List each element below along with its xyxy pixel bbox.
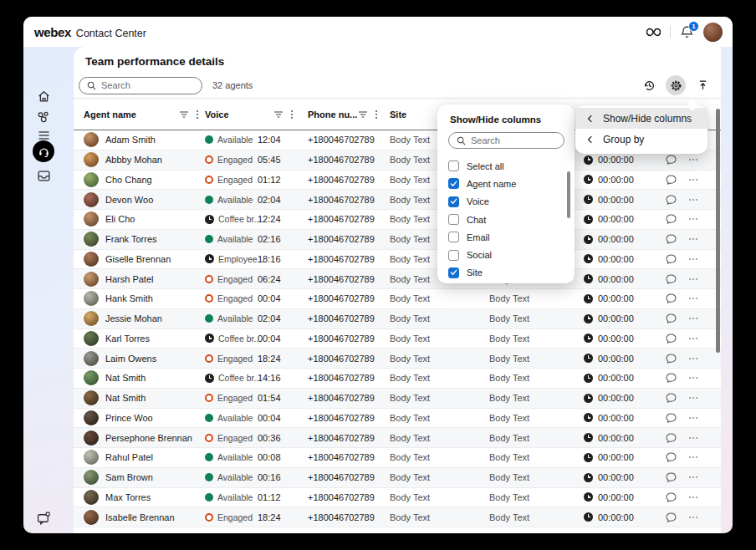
- feedback-chat-icon[interactable]: [33, 508, 54, 528]
- row-more-icon[interactable]: [682, 338, 704, 339]
- row-more-icon[interactable]: [682, 437, 704, 439]
- column-option[interactable]: Voice: [448, 193, 564, 211]
- chat-bubble-icon[interactable]: [666, 433, 677, 443]
- filter-icon[interactable]: [358, 110, 368, 119]
- checkbox-icon[interactable]: [448, 214, 459, 225]
- table-row[interactable]: Prince Woo Available 00:04 +180046702789…: [74, 409, 721, 429]
- table-row[interactable]: Hank Smith Engaged 00:04 +180046702789 B…: [74, 289, 721, 309]
- row-more-icon[interactable]: [682, 238, 704, 240]
- column-more-icon[interactable]: [375, 110, 377, 119]
- search-input[interactable]: [101, 80, 194, 90]
- gear-icon[interactable]: [666, 75, 686, 95]
- user-avatar[interactable]: [703, 23, 723, 42]
- column-header-agent-name[interactable]: Agent name: [74, 109, 205, 120]
- column-more-icon[interactable]: [291, 110, 293, 119]
- popup-scrollbar[interactable]: [567, 171, 570, 218]
- filter-icon[interactable]: [273, 110, 284, 119]
- chat-bubble-icon[interactable]: [666, 354, 677, 364]
- settings-menu-item[interactable]: Group by: [575, 129, 707, 150]
- table-row[interactable]: Persephone Brennan Engaged 00:36 +180046…: [74, 428, 721, 448]
- checkbox-icon[interactable]: [448, 160, 459, 171]
- column-option[interactable]: Email: [448, 228, 564, 246]
- table-row[interactable]: Harsh Patel Engaged 06:24 +180046702789 …: [74, 269, 721, 289]
- table-row[interactable]: Isabelle Brennan Engaged 18:24 +18004670…: [74, 507, 721, 527]
- webex-logo-icon[interactable]: [646, 28, 661, 37]
- row-more-icon[interactable]: [682, 218, 704, 220]
- row-more-icon[interactable]: [682, 456, 704, 458]
- checkbox-icon[interactable]: [448, 250, 459, 261]
- checkbox-icon[interactable]: [448, 232, 459, 242]
- row-more-icon[interactable]: [682, 397, 704, 399]
- chat-bubble-icon[interactable]: [666, 254, 677, 264]
- chat-bubble-icon[interactable]: [666, 452, 677, 462]
- row-more-icon[interactable]: [682, 258, 704, 260]
- chat-bubble-icon[interactable]: [666, 175, 677, 185]
- column-header-voice[interactable]: Voice: [205, 109, 308, 120]
- column-option[interactable]: Chat: [448, 211, 564, 228]
- row-more-icon[interactable]: [682, 179, 704, 181]
- checkbox-icon[interactable]: [448, 196, 459, 207]
- export-top-icon[interactable]: [692, 75, 713, 95]
- phone-number: +180046702789: [308, 334, 390, 344]
- table-row[interactable]: Sam Brown Available 00:16 +180046702789 …: [74, 468, 721, 488]
- teams-icon[interactable]: [33, 107, 54, 127]
- table-scrollbar[interactable]: [716, 109, 720, 353]
- column-header-phone[interactable]: Phone nu...: [308, 109, 390, 120]
- bell-icon[interactable]: 1: [680, 25, 694, 39]
- chat-bubble-icon[interactable]: [666, 472, 677, 482]
- row-more-icon[interactable]: [682, 377, 704, 379]
- row-more-icon[interactable]: [682, 298, 704, 299]
- chat-bubble-icon[interactable]: [666, 373, 677, 383]
- chat-bubble-icon[interactable]: [666, 214, 677, 224]
- chat-bubble-icon[interactable]: [666, 313, 677, 323]
- row-more-icon[interactable]: [682, 199, 704, 201]
- inbox-tray-icon[interactable]: [33, 166, 54, 186]
- column-option[interactable]: Agent name: [448, 175, 564, 192]
- chat-bubble-icon[interactable]: [666, 195, 677, 205]
- row-more-icon[interactable]: [682, 497, 704, 498]
- table-row[interactable]: Nat Smith Coffee br... 14:16 +1800467027…: [74, 369, 721, 389]
- row-more-icon[interactable]: [682, 517, 704, 518]
- chat-bubble-icon[interactable]: [666, 274, 677, 284]
- table-row[interactable]: Eli Cho Coffee br... 12:24 +180046702789…: [74, 210, 721, 230]
- row-more-icon[interactable]: [682, 417, 704, 419]
- chat-bubble-icon[interactable]: [666, 293, 677, 303]
- table-row[interactable]: Giselle Brennan Employee... 18:16 +18004…: [74, 250, 721, 270]
- history-icon[interactable]: [639, 75, 659, 95]
- filter-icon[interactable]: [179, 110, 189, 119]
- row-more-icon[interactable]: [682, 358, 704, 359]
- row-more-icon[interactable]: [682, 159, 704, 160]
- checkbox-icon[interactable]: [448, 178, 459, 189]
- column-option[interactable]: Site: [448, 264, 564, 282]
- column-option[interactable]: Social: [448, 246, 564, 263]
- column-search[interactable]: [448, 132, 564, 149]
- table-row[interactable]: Max Torres Available 01:12 +180046702789…: [74, 488, 721, 508]
- column-search-input[interactable]: [471, 135, 556, 145]
- help-icon[interactable]: ?: [33, 530, 54, 533]
- column-more-icon[interactable]: [197, 110, 198, 119]
- row-more-icon[interactable]: [682, 476, 704, 478]
- table-row[interactable]: Jessie Mohan Available 02:04 +1800467027…: [74, 309, 721, 329]
- checkbox-icon[interactable]: [448, 267, 459, 278]
- chat-bubble-icon[interactable]: [666, 334, 677, 344]
- agent-headset-icon[interactable]: [33, 140, 54, 162]
- chat-bubble-icon[interactable]: [666, 234, 677, 244]
- agent-search[interactable]: [79, 77, 202, 94]
- table-row[interactable]: Laim Owens Engaged 18:24 +180046702789 B…: [74, 349, 721, 369]
- row-more-icon[interactable]: [682, 278, 704, 280]
- table-row[interactable]: Cho Chang Engaged 01:12 +180046702789 Bo…: [74, 171, 721, 191]
- settings-menu-item[interactable]: Show/Hide columns: [575, 108, 707, 129]
- table-row[interactable]: Karl Torres Coffee br... 00:04 +18004670…: [74, 329, 721, 349]
- chat-bubble-icon[interactable]: [666, 512, 677, 522]
- column-option[interactable]: Select all: [448, 157, 564, 175]
- chat-bubble-icon[interactable]: [666, 155, 677, 165]
- table-row[interactable]: Nat Smith Engaged 01:54 +180046702789 Bo…: [74, 389, 721, 409]
- table-row[interactable]: Devon Woo Available 02:04 +180046702789 …: [74, 190, 721, 210]
- chat-bubble-icon[interactable]: [666, 492, 677, 502]
- table-row[interactable]: Rahul Patel Available 00:08 +18004670278…: [74, 448, 721, 468]
- chat-bubble-icon[interactable]: [666, 413, 677, 423]
- table-row[interactable]: Frank Torres Available 02:16 +1800467027…: [74, 230, 721, 250]
- chat-bubble-icon[interactable]: [666, 393, 677, 403]
- home-icon[interactable]: [33, 86, 54, 106]
- row-more-icon[interactable]: [682, 318, 704, 319]
